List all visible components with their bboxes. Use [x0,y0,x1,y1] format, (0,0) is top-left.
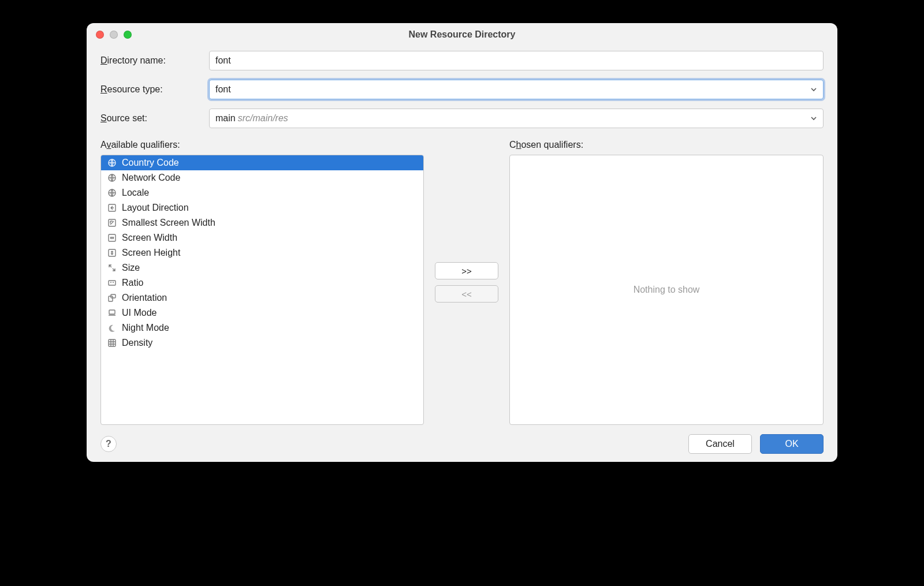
window-controls [96,31,132,39]
list-item-label: Size [122,263,140,273]
label-source-set: Source set: [100,113,199,124]
list-item[interactable]: Network Code [101,170,423,185]
arrows-v-box-icon [107,248,117,258]
remove-qualifier-button[interactable]: << [435,285,498,303]
arrows-h-box-icon [107,233,117,243]
list-item[interactable]: Screen Height [101,245,423,260]
row-directory-name: Directory name: [100,51,824,70]
chosen-qualifiers-label: Chosen qualifiers: [509,140,824,150]
list-item[interactable]: Screen Width [101,230,423,245]
moon-icon [107,323,117,333]
list-item-label: Orientation [122,293,167,303]
available-qualifiers-listbox[interactable]: Country CodeNetwork CodeLocaleLayout Dir… [100,155,424,425]
list-item-label: Locale [122,188,149,198]
chevron-down-icon [810,86,817,93]
list-item-label: Density [122,338,152,348]
svg-rect-11 [109,339,116,346]
list-item-label: Country Code [122,158,179,168]
directory-name-input[interactable] [209,51,824,70]
list-item-label: Layout Direction [122,203,189,213]
available-qualifiers-label: Available qualifiers: [100,140,424,150]
window-title: New Resource Directory [409,29,516,40]
resource-type-value: font [215,84,231,95]
label-directory-name: Directory name: [100,55,199,66]
list-item-label: UI Mode [122,308,157,318]
globe-pin-icon [107,158,117,168]
help-button[interactable]: ? [100,436,117,452]
source-set-select[interactable]: main src/main/res [209,109,824,128]
qualifier-move-buttons: >> << [432,140,501,425]
globe-pin-icon [107,173,117,183]
list-item-label: Night Mode [122,323,169,333]
list-item[interactable]: Locale [101,185,423,200]
svg-rect-10 [109,310,115,314]
orientation-icon [107,293,117,303]
cancel-button[interactable]: Cancel [688,434,752,454]
dialog-content: Directory name: Resource type: font Sour… [87,46,837,425]
svg-rect-7 [109,281,116,285]
list-item[interactable]: Country Code [101,155,423,170]
list-item[interactable]: Night Mode [101,320,423,335]
chosen-empty-text: Nothing to show [510,155,823,424]
list-item-label: Screen Width [122,233,177,243]
row-resource-type: Resource type: font [100,80,824,99]
globe-icon [107,188,117,198]
ok-button[interactable]: OK [760,434,824,454]
ratio-icon [107,278,117,288]
source-set-hint: src/main/res [238,113,288,124]
remove-qualifier-label: << [461,289,472,299]
zoom-icon[interactable] [124,31,132,39]
row-source-set: Source set: main src/main/res [100,109,824,128]
list-item[interactable]: UI Mode [101,305,423,320]
list-item[interactable]: Density [101,335,423,350]
source-set-main: main [215,113,236,124]
list-item-label: Screen Height [122,248,180,258]
add-qualifier-label: >> [461,266,472,276]
ok-label: OK [785,439,798,449]
available-qualifiers-panel: Available qualifiers: Country CodeNetwor… [100,140,424,425]
laptop-icon [107,308,117,318]
cancel-label: Cancel [706,439,735,449]
arrow-left-box-icon [107,203,117,213]
add-qualifier-button[interactable]: >> [435,262,498,279]
resource-type-select[interactable]: font [209,80,824,99]
list-item[interactable]: Layout Direction [101,200,423,215]
list-item-label: Smallest Screen Width [122,218,215,228]
label-resource-type: Resource type: [100,84,199,95]
titlebar: New Resource Directory [87,23,837,46]
list-item-label: Ratio [122,278,143,288]
resize-box-icon [107,218,117,228]
minimize-icon [110,31,118,39]
dialog-new-resource-directory: New Resource Directory Directory name: R… [87,23,837,462]
list-item-label: Network Code [122,173,180,183]
dialog-footer: ? Cancel OK [87,425,837,462]
chevron-down-icon [810,115,817,122]
help-icon: ? [106,439,111,449]
list-item[interactable]: Size [101,260,423,275]
grid-icon [107,338,117,348]
chosen-qualifiers-listbox[interactable]: Nothing to show [509,155,824,425]
qualifiers-section: Available qualifiers: Country CodeNetwor… [100,140,824,425]
list-item[interactable]: Orientation [101,290,423,305]
expand-icon [107,263,117,273]
close-icon[interactable] [96,31,104,39]
list-item[interactable]: Ratio [101,275,423,290]
chosen-qualifiers-panel: Chosen qualifiers: Nothing to show [509,140,824,425]
list-item[interactable]: Smallest Screen Width [101,215,423,230]
